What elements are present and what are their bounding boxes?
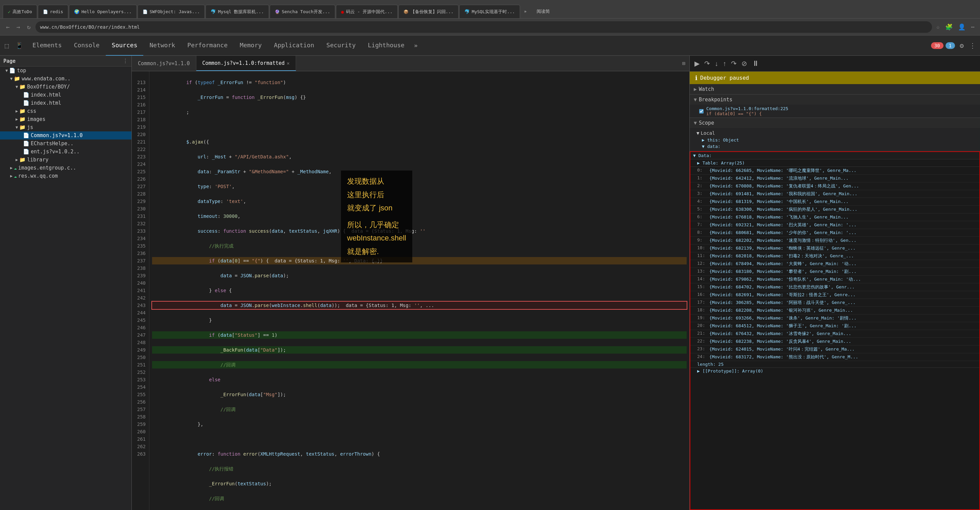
scope-header[interactable]: ▼ Scope — [690, 118, 980, 128]
data-row[interactable]: 3:{Movieid: 691481, MovieName: '我和我的祖国',… — [690, 190, 979, 198]
file-tree-header: Page ⋮ — [0, 56, 132, 67]
code-lines: if (typeof _ErrorFun != "function") _Err… — [150, 71, 689, 510]
tree-item-commonjs[interactable]: 📄 Common.js?v=1.1.0 — [0, 131, 132, 140]
tree-item-top[interactable]: ▼ 📄 top — [0, 67, 132, 75]
tree-item-index1[interactable]: 📄 index.html — [0, 91, 132, 99]
tab-elements[interactable]: Elements — [26, 35, 68, 56]
reader-mode-btn[interactable]: 阅读简 — [533, 5, 554, 18]
tree-item-library[interactable]: ▶ 📁 library — [0, 156, 132, 164]
user-icon[interactable]: 👤 — [957, 22, 967, 32]
data-row[interactable]: 19:{Movieid: 693266, MovieName: '诛杀', Ge… — [690, 315, 979, 322]
browser-tab-backup[interactable]: 📦 【备份恢复】闪回... — [398, 5, 458, 18]
debug-deactivate-btn[interactable]: ⊘ — [740, 58, 749, 69]
debug-pause-exceptions-btn[interactable]: ⏸ — [751, 58, 761, 69]
data-row[interactable]: 11:{Movieid: 682018, MovieName: '扫毒2：天地对… — [690, 252, 979, 260]
line-237 — [152, 435, 687, 443]
debug-step-into-btn[interactable]: ↓ — [713, 59, 719, 69]
tab-close-icon[interactable]: ✕ — [286, 60, 289, 66]
tab-sources[interactable]: Sources — [106, 35, 144, 56]
data-row[interactable]: 1:{Movieid: 642412, MovieName: '流浪地球', G… — [690, 175, 979, 183]
tab-network[interactable]: Network — [143, 35, 181, 56]
browser-tab-redis[interactable]: 📄 redis — [38, 5, 68, 18]
url-bar[interactable]: www.cn/BoxOffice/BO/rear/index.html — [35, 21, 932, 33]
this-item[interactable]: ▶ this: Object — [690, 137, 980, 143]
browser-tab-todo[interactable]: ✓ 高效ToDo — [3, 5, 37, 18]
data-row[interactable]: 5:{Movieid: 638300, MovieName: '疯狂的外星人',… — [690, 206, 979, 213]
tree-item-images-ent[interactable]: ▶ ☁ images.entgroup.c.. — [0, 164, 132, 172]
tree-item-res-wx[interactable]: ▶ ☁ res.wx.qq.com — [0, 172, 132, 180]
data-row[interactable]: 24:{Movieid: 683172, MovieName: '熊出没：原始时… — [690, 353, 979, 361]
browser-menu-icons: ☆ 🧩 👤 ⋯ — [935, 22, 976, 32]
tree-item-css[interactable]: ▶ 📁 css — [0, 107, 132, 115]
table-array-header[interactable]: ▶ Table: Array(25) — [690, 159, 979, 167]
settings-icon[interactable]: ⋯ — [969, 22, 976, 32]
data-row[interactable]: 12:{Movieid: 678494, MovieName: '大黄蜂', G… — [690, 260, 979, 268]
tree-item-boxoffice[interactable]: ▼ 📁 BoxOffice/BOY/ — [0, 83, 132, 91]
tab-memory[interactable]: Memory — [234, 35, 268, 56]
tree-item-images[interactable]: ▶ 📁 images — [0, 115, 132, 123]
tree-item-js[interactable]: ▼ 📁 js — [0, 123, 132, 131]
nav-refresh-btn[interactable]: ↻ — [25, 22, 33, 32]
data-item[interactable]: ▼ data: — [690, 143, 980, 149]
more-tabs-icon[interactable]: » — [410, 41, 421, 50]
data-row[interactable]: 7:{Movieid: 692321, MovieName: '烈火英雄', G… — [690, 221, 979, 229]
breakpoint-checkbox[interactable] — [699, 109, 703, 113]
breakpoint-item[interactable]: Common.js?v=1.1.0:formatted:225 if (data… — [690, 105, 980, 118]
data-row[interactable]: 16:{Movieid: 682691, MovieName: '哥斯拉2：怪兽… — [690, 291, 979, 299]
data-row[interactable]: 20:{Movieid: 684512, MovieName: '狮子王', G… — [690, 322, 979, 330]
data-row[interactable]: 10:{Movieid: 682139, MovieName: '蜘蛛侠：英雄远… — [690, 245, 979, 252]
data-row[interactable]: 15:{Movieid: 684702, MovieName: '比悲伤更悲伤的… — [690, 283, 979, 291]
data-row[interactable]: 22:{Movieid: 682238, MovieName: '反贪风暴4',… — [690, 338, 979, 346]
debug-step-over-btn[interactable]: ↷ — [703, 58, 711, 69]
browser-tab-openlayers[interactable]: 🌍 Hello Openlayers... — [69, 5, 137, 18]
tab-lighthouse[interactable]: Lighthouse — [362, 35, 410, 56]
local-header[interactable]: ▼ Local — [690, 129, 980, 137]
more-tabs-btn[interactable]: » — [521, 5, 530, 18]
browser-tab-sencha[interactable]: 🔮 Sencha Touch开发... — [270, 5, 335, 18]
devtools-settings-icon[interactable]: ⚙ — [957, 40, 966, 51]
breakpoints-header[interactable]: ▼ Breakpoints — [690, 95, 980, 105]
browser-tab-mysql2[interactable]: 🐬 MySQL实现基于时... — [459, 5, 520, 18]
data-row[interactable]: 8:{Movieid: 680681, MovieName: '少年的你', G… — [690, 229, 979, 237]
prototype-item[interactable]: ▶ [[Prototype]]: Array(0) — [690, 368, 979, 374]
data-row[interactable]: 13:{Movieid: 683180, MovieName: '攀登者', G… — [690, 268, 979, 276]
code-tab-original[interactable]: Common.js?v=1.1.0 — [132, 56, 196, 71]
data-row[interactable]: 2:{Movieid: 670808, MovieName: '复仇者联盟4：终… — [690, 183, 979, 190]
watch-header[interactable]: ▶ Watch — [690, 84, 980, 94]
browser-tab-gitee[interactable]: ● 码云 - 开源中国代... — [336, 5, 398, 18]
debug-step-out-btn[interactable]: ↑ — [721, 59, 727, 69]
data-row[interactable]: 18:{Movieid: 682208, MovieName: '银河补习班',… — [690, 307, 979, 315]
line-221: dataType: 'text', — [152, 198, 687, 205]
data-row[interactable]: 9:{Movieid: 682202, MovieName: '速度与激情：特别… — [690, 237, 979, 245]
devtools-icon-device[interactable]: 📱 — [12, 41, 26, 50]
tree-item-echarts[interactable]: 📄 EChartsHelpe.. — [0, 140, 132, 148]
data-row[interactable]: 17:{Movieid: 306285, MovieName: '阿丽塔：战斗天… — [690, 299, 979, 307]
tree-item-entjs[interactable]: 📄 ent.js?v=1.0.2.. — [0, 148, 132, 156]
debug-step-btn[interactable]: ↷ — [730, 58, 738, 69]
tab-security[interactable]: Security — [320, 35, 362, 56]
nav-back-btn[interactable]: ← — [4, 22, 12, 32]
devtools-more-icon[interactable]: ⋮ — [966, 40, 978, 51]
data-row[interactable]: 4:{Movieid: 681319, MovieName: '中国机长', G… — [690, 198, 979, 206]
data-row[interactable]: 14:{Movieid: 679862, MovieName: '惊奇队长', … — [690, 276, 979, 283]
tab-application[interactable]: Application — [268, 35, 320, 56]
data-row[interactable]: 6:{Movieid: 676018, MovieName: '飞驰人生', G… — [690, 213, 979, 221]
data-row[interactable]: 23:{Movieid: 624015, MovieName: '叶问4：完结篇… — [690, 346, 979, 353]
nav-forward-btn[interactable]: → — [14, 22, 22, 32]
tree-item-index2[interactable]: 📄 index.html — [0, 99, 132, 107]
devtools-icon-inspect[interactable]: ⬚ — [2, 40, 12, 51]
tree-options-icon[interactable]: ⋮ — [123, 58, 128, 64]
browser-tab-mysql[interactable]: 🐬 Mysql 数据库双机... — [205, 5, 269, 18]
debug-resume-btn[interactable]: ▶ — [693, 58, 701, 69]
bookmark-icon[interactable]: ☆ — [935, 22, 941, 32]
data-row[interactable]: 0:{Movieid: 662685, MovieName: '哪吒之魔童降世'… — [690, 167, 979, 175]
code-tab-formatted[interactable]: Common.js?v=1.1.0:formatted ✕ — [196, 56, 296, 71]
tab-performance[interactable]: Performance — [181, 35, 234, 56]
tree-item-endata[interactable]: ▼ 📁 www.endata.com.. — [0, 75, 132, 83]
extensions-icon[interactable]: 🧩 — [944, 22, 954, 32]
tab-console[interactable]: Console — [68, 35, 106, 56]
code-area-toggle[interactable]: ⊞ — [678, 56, 689, 71]
data-section-header[interactable]: ▼ Data: — [690, 152, 979, 159]
data-row[interactable]: 21:{Movieid: 676432, MovieName: '冰雪奇缘2',… — [690, 330, 979, 338]
browser-tab-swf[interactable]: 📄 SWFObject: Javas... — [138, 5, 205, 18]
